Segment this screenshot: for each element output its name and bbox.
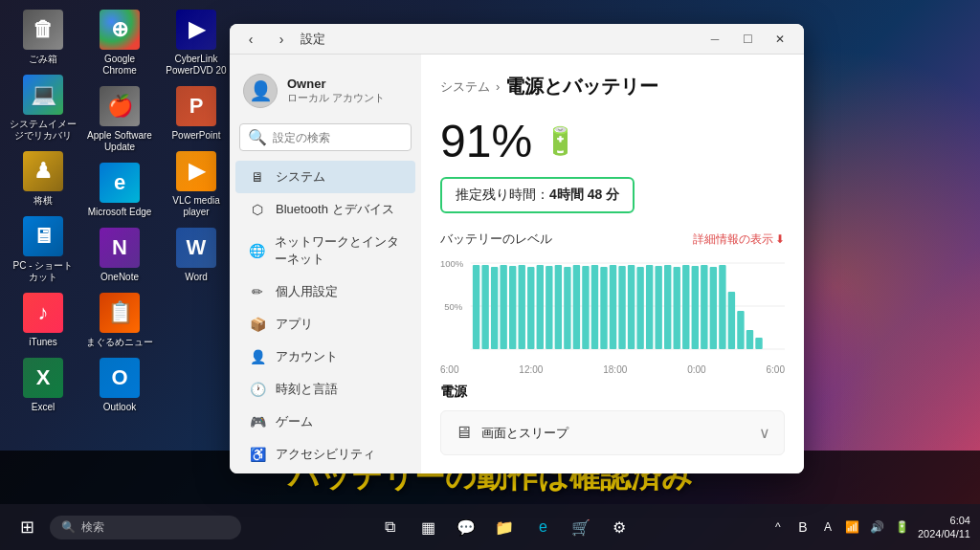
icon-image-word: W xyxy=(176,228,216,268)
icon-image-system-img: 💻 xyxy=(23,75,63,115)
icon-image-pc: 🖥 xyxy=(23,216,63,256)
desktop-icon-system-img[interactable]: 💻 システムイメージでリカバリ xyxy=(10,75,77,142)
settings-taskbar-button[interactable]: ⚙ xyxy=(602,510,636,544)
chart-detail-link[interactable]: 詳細情報の表示 ⬇ xyxy=(693,231,785,248)
desktop-icon-word[interactable]: W Word xyxy=(163,228,230,283)
icon-label-vlc: VLC media player xyxy=(163,195,230,218)
power-item-sleep[interactable]: 🖥 画面とスリープ ∨ xyxy=(440,410,785,455)
volume-icon[interactable]: 🔊 xyxy=(868,517,887,537)
icon-image-cyberlink: ▶ xyxy=(176,10,216,50)
svg-rect-27 xyxy=(674,267,680,349)
taskbar-left: ⊞ 🔍 検索 xyxy=(0,508,241,546)
svg-rect-25 xyxy=(655,266,661,349)
edge-button[interactable]: e xyxy=(525,510,560,544)
desktop-icon-shogi[interactable]: ♟ 将棋 xyxy=(10,151,77,207)
nav-item-accessibility[interactable]: ♿ アクセシビリティ xyxy=(235,438,415,471)
nav-icon-network: 🌐 xyxy=(249,242,265,259)
user-role: ローカル アカウント xyxy=(287,91,385,105)
svg-rect-6 xyxy=(481,265,488,349)
taskbar-right: ^ B A 📶 🔊 🔋 6:04 2024/04/11 xyxy=(768,514,980,541)
nav-icon-accounts: 👤 xyxy=(249,348,266,365)
nav-items-list: 🖥 システム ⬡ Bluetooth とデバイス 🌐 ネットワークとインターネッ… xyxy=(230,161,421,473)
battery-icon: 🔋 xyxy=(544,125,577,157)
user-profile[interactable]: 👤 Owner ローカル アカウント xyxy=(230,64,421,118)
svg-rect-20 xyxy=(610,265,616,349)
svg-rect-15 xyxy=(564,267,570,349)
svg-text:50%: 50% xyxy=(444,302,462,312)
breadcrumb-current: 電源とバッテリー xyxy=(505,74,658,99)
svg-rect-24 xyxy=(646,265,653,349)
icon-image-chrome: ⊕ xyxy=(100,10,140,50)
minimize-button[interactable]: ─ xyxy=(701,29,729,50)
power-item-label: 画面とスリープ xyxy=(481,425,568,442)
avatar: 👤 xyxy=(243,74,278,108)
desktop-icon-pc[interactable]: 🖥 PC - ショートカット xyxy=(10,216,77,283)
svg-rect-33 xyxy=(728,292,735,349)
desktop-icons-area: 🗑 ごみ箱 💻 システムイメージでリカバリ ♟ 将棋 🖥 PC - ショートカッ… xyxy=(10,10,230,459)
nav-item-personalization[interactable]: ✏ 個人用設定 xyxy=(235,275,415,308)
desktop-icon-excel[interactable]: X Excel xyxy=(10,358,77,413)
desktop-icon-itunes[interactable]: ♪ iTunes xyxy=(10,293,77,348)
task-view-button[interactable]: ⧉ xyxy=(372,510,407,544)
nav-item-privacy[interactable]: 🛡 プライバシーとセキュリティ xyxy=(235,471,415,473)
close-button[interactable]: ✕ xyxy=(766,29,794,50)
svg-rect-31 xyxy=(710,267,717,349)
nav-item-apps[interactable]: 📦 アプリ xyxy=(235,308,415,341)
forward-button[interactable]: › xyxy=(270,28,293,51)
svg-rect-29 xyxy=(692,266,699,349)
icon-label-pc: PC - ショートカット xyxy=(10,260,77,283)
svg-rect-9 xyxy=(509,266,516,349)
ime-icon[interactable]: A xyxy=(818,517,837,537)
desktop-icon-edge[interactable]: e Microsoft Edge xyxy=(86,163,153,218)
store-button[interactable]: 🛒 xyxy=(564,510,598,544)
nav-item-bluetooth[interactable]: ⬡ Bluetooth とデバイス xyxy=(235,193,415,226)
nav-icon-gaming: 🎮 xyxy=(249,413,266,430)
nav-label-system: システム xyxy=(276,168,325,186)
nav-item-network[interactable]: 🌐 ネットワークとインターネット xyxy=(235,226,415,275)
battery-chart-section: バッテリーのレベル 詳細情報の表示 ⬇ 10 xyxy=(440,231,785,368)
wifi-icon[interactable]: 📶 xyxy=(843,517,862,537)
svg-rect-30 xyxy=(701,265,707,349)
desktop-icon-ppt[interactable]: P PowerPoint xyxy=(163,86,230,142)
estimated-label: 推定残り時間： xyxy=(456,187,549,202)
desktop-icon-outlook[interactable]: O Outlook xyxy=(86,358,153,413)
chart-x-labels: 6:00 12:00 18:00 0:00 6:00 xyxy=(440,364,785,375)
desktop-icon-chrome[interactable]: ⊕ Google Chrome xyxy=(86,10,153,77)
svg-rect-26 xyxy=(664,265,671,349)
maximize-button[interactable]: ☐ xyxy=(733,29,762,50)
taskbar: ⊞ 🔍 検索 ⧉ ▦ 💬 📁 e 🛒 ⚙ ^ B A 📶 🔊 🔋 6:04 20… xyxy=(0,504,980,550)
settings-search-bar[interactable]: 🔍 xyxy=(239,123,412,151)
file-explorer-button[interactable]: 📁 xyxy=(487,510,522,544)
battery-percentage: 91% xyxy=(440,115,532,167)
nav-item-datetime[interactable]: 🕐 時刻と言語 xyxy=(235,373,415,406)
icon-label-cyberlink: CyberLink PowerDVD 20 xyxy=(163,54,230,77)
start-button[interactable]: ⊞ xyxy=(8,508,46,546)
nav-item-system[interactable]: 🖥 システム xyxy=(235,161,415,193)
desktop-icon-onenote[interactable]: N OneNote xyxy=(86,228,153,283)
taskbar-search[interactable]: 🔍 検索 xyxy=(50,516,241,539)
breadcrumb-separator: › xyxy=(496,79,500,94)
desktop-icon-menu[interactable]: 📋 まぐるめニュー xyxy=(86,293,153,348)
settings-window: ‹ › 設定 ─ ☐ ✕ 👤 Owner ローカル アカウント xyxy=(230,24,804,473)
nav-item-accounts[interactable]: 👤 アカウント xyxy=(235,341,415,373)
chat-button[interactable]: 💬 xyxy=(449,510,483,544)
desktop-icon-apple[interactable]: 🍎 Apple Software Update xyxy=(86,86,153,153)
widgets-button[interactable]: ▦ xyxy=(411,510,445,544)
clock-date: 2024/04/11 xyxy=(918,527,970,540)
chevron-down-icon: ∨ xyxy=(759,424,770,442)
back-button[interactable]: ‹ xyxy=(239,28,262,51)
chart-header: バッテリーのレベル 詳細情報の表示 ⬇ xyxy=(440,231,785,248)
system-clock[interactable]: 6:04 2024/04/11 xyxy=(918,514,970,541)
nav-label-apps: アプリ xyxy=(276,316,313,333)
nav-icon-apps: 📦 xyxy=(249,316,266,333)
desktop-icon-vlc[interactable]: ▶ VLC media player xyxy=(163,151,230,218)
search-input[interactable] xyxy=(273,131,403,144)
bluetooth-tray-icon[interactable]: B xyxy=(793,517,813,537)
desktop-icon-cyberlink[interactable]: ▶ CyberLink PowerDVD 20 xyxy=(163,10,230,77)
show-hidden-icon[interactable]: ^ xyxy=(768,517,788,537)
search-icon: 🔍 xyxy=(248,128,267,146)
battery-tray-icon[interactable]: 🔋 xyxy=(893,517,912,537)
nav-item-gaming[interactable]: 🎮 ゲーム xyxy=(235,406,415,438)
desktop-icon-recycle[interactable]: 🗑 ごみ箱 xyxy=(10,10,77,65)
nav-label-accessibility: アクセシビリティ xyxy=(276,446,375,463)
